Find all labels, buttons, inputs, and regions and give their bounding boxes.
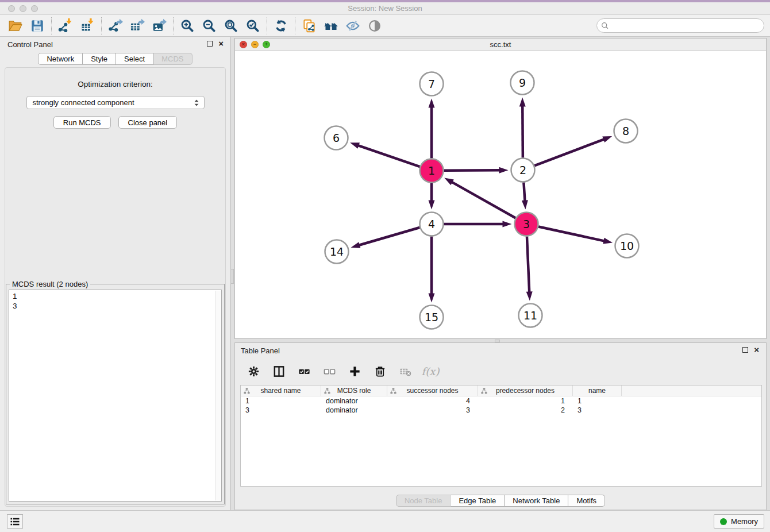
list-icon — [9, 516, 21, 527]
table-cell[interactable]: 1 — [573, 397, 622, 405]
table-cell[interactable]: 1 — [478, 397, 573, 405]
graph-node-1[interactable]: 1 — [420, 159, 444, 183]
graph-node-3[interactable]: 3 — [515, 213, 538, 236]
graph-node-14[interactable]: 14 — [325, 240, 349, 264]
deselect-all-checks-button[interactable] — [321, 363, 337, 379]
table-cell[interactable]: 3 — [387, 406, 478, 414]
eye-slash-button[interactable] — [343, 17, 363, 35]
graph-node-6[interactable]: 6 — [325, 126, 348, 150]
graph-node-2[interactable]: 2 — [511, 159, 535, 182]
graph-edge-4-14[interactable] — [351, 228, 419, 248]
task-history-button[interactable] — [7, 514, 23, 529]
control-tab-network[interactable]: Network — [38, 53, 83, 65]
apply-preferred-layout-button[interactable] — [271, 17, 291, 35]
table-cell[interactable]: 2 — [478, 406, 573, 414]
table-cell[interactable]: 3 — [241, 406, 321, 414]
run-mcds-button[interactable]: Run MCDS — [53, 116, 111, 129]
float-panel-icon[interactable] — [207, 41, 213, 47]
settings-gear-button[interactable] — [245, 363, 261, 379]
table-cell[interactable]: dominator — [321, 406, 387, 414]
graph-edge-4-3[interactable] — [444, 221, 512, 228]
add-plus-button[interactable] — [346, 363, 363, 379]
graph-edge-1-6[interactable] — [350, 142, 420, 167]
graph-edge-1-7[interactable] — [429, 99, 435, 159]
zoom-fit-button[interactable] — [221, 17, 241, 35]
export-network-button[interactable] — [106, 17, 125, 35]
zoom-in-button[interactable] — [178, 17, 197, 35]
graph-node-8[interactable]: 8 — [614, 119, 638, 143]
neighbors-houses-icon — [324, 18, 338, 33]
table-row[interactable]: 3dominator323 — [241, 406, 761, 415]
column-header-MCDS-role[interactable]: MCDS role — [321, 385, 387, 396]
table-tab-motifs[interactable]: Motifs — [568, 495, 605, 507]
graph-node-7[interactable]: 7 — [420, 72, 444, 96]
network-canvas[interactable]: 1234678910111415 — [235, 51, 766, 338]
graph-edge-1-4[interactable] — [429, 183, 435, 210]
network-window[interactable]: × − + scc.txt 1234678910111415 — [234, 38, 767, 339]
graph-edge-3-10[interactable] — [538, 227, 613, 244]
criterion-select[interactable]: strongly connected component — [26, 96, 205, 109]
graph-edge-3-11[interactable] — [526, 236, 533, 300]
svg-text:9: 9 — [519, 76, 526, 89]
graph-node-9[interactable]: 9 — [511, 71, 534, 95]
svg-text:2: 2 — [519, 164, 526, 176]
svg-text:6: 6 — [333, 132, 340, 144]
graph-edge-2-9[interactable] — [519, 97, 526, 157]
table-tab-network-table[interactable]: Network Table — [505, 495, 568, 507]
graph-edge-2-8[interactable] — [534, 136, 612, 165]
column-header-name[interactable]: name — [573, 385, 622, 396]
zoom-out-button[interactable] — [199, 17, 219, 35]
vertical-splitter-grip[interactable] — [230, 269, 234, 284]
search-input[interactable] — [609, 20, 764, 32]
contrast-circle-button[interactable] — [365, 17, 384, 35]
deselect-all-checks-icon — [323, 365, 336, 378]
import-table-button[interactable] — [78, 17, 97, 35]
graph-node-4[interactable]: 4 — [420, 213, 444, 236]
table-tab-node-table[interactable]: Node Table — [396, 495, 451, 507]
import-table-icon — [80, 18, 95, 33]
result-scrollbar[interactable] — [215, 291, 221, 500]
control-tab-mcds[interactable]: MCDS — [153, 53, 192, 65]
zoom-selected-button[interactable] — [243, 17, 263, 35]
table-cell[interactable]: 3 — [573, 406, 622, 414]
column-header-successor-nodes[interactable]: successor nodes — [387, 385, 478, 396]
graph-node-15[interactable]: 15 — [420, 306, 444, 329]
table-cell[interactable]: dominator — [321, 397, 387, 405]
memory-label: Memory — [731, 517, 758, 526]
delete-trash-button[interactable] — [372, 363, 388, 379]
table-cell[interactable]: 1 — [241, 397, 321, 405]
zoom-out-icon — [202, 18, 217, 33]
table-tab-edge-table[interactable]: Edge Table — [451, 495, 505, 507]
table-row[interactable]: 1dominator411 — [241, 396, 761, 406]
control-tab-select[interactable]: Select — [116, 53, 153, 65]
close-panel-button[interactable]: Close panel — [118, 116, 178, 129]
control-tab-style[interactable]: Style — [83, 53, 116, 65]
network-titlebar[interactable]: × − + scc.txt — [235, 38, 766, 51]
mcds-result-text[interactable]: 1 3 — [9, 290, 222, 502]
export-table-button[interactable] — [128, 17, 147, 35]
table-toolbar: f(x) — [235, 360, 766, 383]
table-float-icon[interactable] — [742, 347, 748, 353]
graph-edge-3-1[interactable] — [444, 178, 515, 218]
column-header-shared-name[interactable]: shared name — [241, 385, 321, 396]
graph-edge-1-2[interactable] — [444, 167, 508, 174]
close-panel-icon[interactable]: × — [218, 41, 224, 47]
search-box[interactable] — [596, 18, 764, 33]
column-layout-button[interactable] — [271, 363, 287, 379]
graph-node-11[interactable]: 11 — [519, 304, 542, 327]
graph-node-10[interactable]: 10 — [615, 234, 639, 258]
copy-network-button[interactable] — [299, 17, 319, 35]
select-all-checks-button[interactable] — [296, 363, 312, 379]
graph-edge-4-15[interactable] — [429, 237, 435, 303]
table-cell[interactable]: 4 — [387, 397, 478, 405]
memory-button[interactable]: Memory — [714, 514, 764, 529]
column-header-predecessor-nodes[interactable]: predecessor nodes — [478, 385, 573, 396]
open-session-button[interactable] — [6, 17, 25, 35]
app-titlebar[interactable]: Session: New Session — [0, 2, 770, 15]
export-image-button[interactable] — [149, 17, 169, 35]
neighbors-houses-button[interactable] — [321, 17, 341, 35]
table-close-icon[interactable]: × — [754, 347, 759, 353]
save-session-button[interactable] — [28, 17, 47, 35]
graph-edge-2-3[interactable] — [522, 182, 528, 209]
import-network-button[interactable] — [56, 17, 75, 35]
